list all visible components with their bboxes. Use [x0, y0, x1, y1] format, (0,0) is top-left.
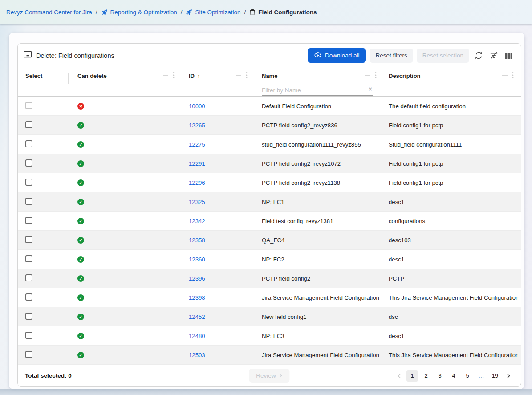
table-row: ✓ 12503 Jira Service Management Field Co…: [18, 346, 521, 365]
reset-selection-label: Reset selection: [422, 52, 463, 59]
can-delete-yes-icon: ✓: [77, 122, 84, 129]
can-delete-yes-icon: ✓: [77, 333, 84, 339]
can-delete-yes-icon: ✓: [77, 352, 84, 358]
drag-handle-icon[interactable]: [502, 73, 508, 79]
row-id-link[interactable]: 12396: [189, 275, 205, 282]
row-id-link[interactable]: 12358: [189, 237, 205, 244]
table-row: ✓ 12480 NP: FC3 desc1: [18, 326, 521, 346]
breadcrumb-link-reporting-optimization[interactable]: Reporting & Optimization: [101, 9, 177, 16]
columns-icon[interactable]: [503, 50, 515, 61]
row-id-link[interactable]: 12452: [189, 314, 205, 320]
row-checkbox[interactable]: [25, 236, 32, 243]
pagination-pages: 12345…19: [406, 370, 501, 382]
reset-filters-button[interactable]: Reset filters: [370, 49, 413, 63]
reset-selection-button[interactable]: Reset selection: [417, 49, 469, 63]
filter-off-icon[interactable]: [488, 50, 500, 61]
download-all-label: Download all: [325, 52, 359, 59]
row-name: Field test config_revyz1381: [252, 218, 381, 224]
table-row: ✓ 12358 QA_FC4 desc103: [18, 231, 521, 250]
drag-handle-icon[interactable]: [162, 73, 169, 79]
download-all-button[interactable]: Download all: [308, 48, 366, 63]
row-name: Jira Service Management Field Configurat…: [252, 294, 381, 301]
row-checkbox[interactable]: [25, 179, 32, 186]
pagination-page[interactable]: 19: [489, 370, 501, 382]
total-selected-label: Total selected:: [25, 372, 67, 379]
column-menu-icon[interactable]: [375, 72, 377, 80]
review-button[interactable]: Review: [249, 369, 289, 383]
row-description: The default field configuration: [381, 103, 518, 110]
row-checkbox[interactable]: [25, 332, 32, 339]
breadcrumb-link-revyz-command-center[interactable]: Revyz Command Center for Jira: [6, 9, 92, 16]
row-checkbox[interactable]: [25, 274, 32, 281]
table-row: ✓ 12342 Field test config_revyz1381 conf…: [18, 212, 521, 231]
breadcrumb-separator: /: [96, 9, 97, 16]
breadcrumb-link-site-optimization[interactable]: Site Optimization: [186, 9, 240, 16]
clear-filter-icon[interactable]: ×: [368, 86, 372, 92]
column-header-id: ID ↑: [179, 67, 252, 96]
column-menu-icon[interactable]: [246, 72, 248, 80]
table-row: ✓ 12291 PCTP field config2_revyz1072 Fie…: [18, 154, 521, 173]
toolbar: Download all Reset filters Reset selecti…: [308, 48, 515, 63]
row-description: desc103: [381, 237, 518, 244]
breadcrumb-separator: /: [244, 9, 246, 16]
table-row: ✓ 12396 PCTP field config2 PCTP: [18, 269, 521, 288]
row-id-link[interactable]: 12296: [189, 179, 205, 186]
row-description: This Jira Service Management Field Confi…: [381, 294, 518, 301]
pagination-page[interactable]: 2: [420, 370, 432, 382]
column-header-can-delete: Can delete: [69, 67, 179, 96]
row-name: QA_FC4: [252, 237, 381, 244]
refresh-icon[interactable]: [473, 50, 484, 61]
row-checkbox[interactable]: [25, 159, 32, 167]
row-id-link[interactable]: 12291: [189, 160, 205, 167]
column-menu-icon[interactable]: [173, 72, 175, 80]
row-id-link[interactable]: 12503: [189, 352, 205, 358]
chevron-right-icon: [279, 372, 283, 379]
row-id-link[interactable]: 12398: [189, 294, 205, 301]
row-checkbox[interactable]: [25, 121, 32, 128]
column-label: ID: [189, 73, 195, 79]
pagination-page[interactable]: 4: [448, 370, 459, 382]
row-id-link[interactable]: 12265: [189, 122, 205, 129]
row-description: PCTP: [381, 275, 518, 282]
row-description: desc1: [381, 333, 518, 339]
row-id-link[interactable]: 12342: [189, 218, 205, 224]
drag-handle-icon[interactable]: [365, 73, 371, 79]
row-checkbox[interactable]: [25, 255, 32, 262]
row-checkbox[interactable]: [25, 140, 32, 147]
can-delete-yes-icon: ✓: [77, 160, 84, 167]
total-selected: Total selected: 0: [25, 372, 72, 379]
pagination-prev-icon[interactable]: [394, 371, 404, 381]
row-id-link[interactable]: 12360: [189, 256, 205, 263]
pagination-next-icon[interactable]: [503, 371, 514, 381]
name-filter-input[interactable]: [262, 87, 373, 94]
row-id-link[interactable]: 12325: [189, 199, 205, 205]
row-id-link[interactable]: 12480: [189, 333, 205, 339]
trash-icon: [249, 9, 256, 16]
can-delete-yes-icon: ✓: [77, 199, 84, 205]
pagination-page[interactable]: 5: [462, 370, 473, 382]
row-checkbox[interactable]: [25, 351, 32, 358]
row-checkbox[interactable]: [25, 102, 32, 109]
drag-handle-icon[interactable]: [236, 73, 242, 79]
column-header-description: Description: [381, 67, 518, 96]
sort-asc-icon[interactable]: ↑: [197, 73, 200, 79]
pagination-page[interactable]: 1: [406, 370, 418, 382]
cloud-upload-icon: [314, 52, 321, 59]
can-delete-yes-icon: ✓: [77, 275, 84, 282]
can-delete-yes-icon: ✓: [77, 179, 84, 186]
row-checkbox[interactable]: [25, 198, 32, 205]
row-checkbox[interactable]: [25, 217, 32, 224]
column-menu-icon[interactable]: [512, 72, 514, 80]
row-name: NP: FC1: [252, 199, 381, 205]
breadcrumb-separator: /: [181, 9, 183, 16]
table-footer: Total selected: 0 Review 12345…19: [18, 365, 521, 386]
row-id-link[interactable]: 12275: [189, 141, 205, 148]
row-name: Jira Service Management Field Configurat…: [252, 352, 381, 358]
rocket-icon: [186, 9, 192, 16]
pagination-page[interactable]: 3: [434, 370, 446, 382]
row-description: Field config1 for pctp: [381, 122, 518, 129]
row-checkbox[interactable]: [25, 313, 32, 320]
pagination-ellipsis: …: [475, 370, 487, 382]
row-id-link[interactable]: 10000: [189, 103, 205, 110]
row-checkbox[interactable]: [25, 293, 32, 301]
